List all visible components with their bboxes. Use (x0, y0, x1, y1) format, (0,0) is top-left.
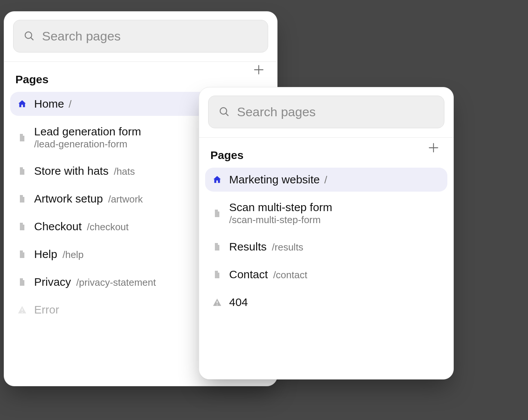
page-item[interactable]: 404 (205, 290, 447, 314)
page-item-labels: Results/results (229, 240, 303, 254)
search-icon (218, 106, 230, 118)
page-item-labels: Error (34, 303, 59, 316)
pages-header: Pages (199, 138, 453, 165)
page-item-title: Home (34, 97, 64, 111)
page-item-title: Results (229, 240, 267, 254)
page-item-title: Help (34, 248, 57, 261)
page-item-labels: Store with hats/hats (34, 164, 135, 178)
page-item-labels: Checkout/checkout (34, 220, 129, 233)
page-item-labels: Contact/contact (229, 268, 307, 281)
add-page-button[interactable] (423, 138, 444, 158)
page-item-path: /scan-multi-step-form (229, 214, 332, 226)
pages-panel-right: Pages Marketing website/Scan multi-step … (199, 87, 454, 380)
page-item-labels: 404 (229, 296, 248, 309)
page-item-path: /results (272, 242, 303, 253)
page-item[interactable]: Results/results (205, 235, 447, 259)
pages-heading: Pages (210, 149, 442, 162)
page-item[interactable]: Contact/contact (205, 262, 447, 286)
page-item-title: Lead generation form (34, 125, 141, 138)
page-item-path: /checkout (87, 221, 129, 233)
pages-list: Marketing website/Scan multi-step form/s… (199, 165, 453, 322)
search-box[interactable] (13, 20, 268, 52)
pages-heading: Pages (15, 73, 266, 86)
page-item-title: Artwork setup (34, 192, 103, 206)
page-item-path: / (69, 98, 72, 111)
svg-point-4 (220, 108, 227, 114)
warning-icon (212, 297, 222, 308)
search-row (4, 12, 277, 62)
page-item[interactable]: Marketing website/ (205, 168, 447, 192)
page-item-title: Error (34, 303, 59, 316)
page-item-title: Marketing website (229, 173, 320, 186)
page-icon (17, 249, 27, 260)
page-icon (17, 166, 27, 176)
page-item-path: /privacy-statement (76, 277, 156, 288)
page-icon (17, 194, 27, 204)
search-box[interactable] (208, 96, 444, 128)
page-item[interactable]: Scan multi-step form/scan-multi-step-for… (205, 195, 447, 231)
add-page-button[interactable] (249, 60, 269, 80)
page-icon (212, 242, 222, 252)
search-row (199, 87, 453, 138)
page-icon (17, 132, 27, 143)
home-icon (212, 174, 222, 185)
page-item-title: Contact (229, 268, 268, 281)
home-icon (17, 99, 27, 109)
page-item-labels: Artwork setup/artwork (34, 192, 143, 206)
page-item-path: /hats (114, 166, 135, 177)
page-item-labels: Lead generation form/lead-generation-for… (34, 125, 141, 150)
page-item-path: /contact (273, 269, 307, 281)
page-icon (212, 208, 222, 219)
search-input[interactable] (41, 28, 258, 44)
page-item-path: /help (63, 249, 84, 261)
page-icon (212, 269, 222, 280)
search-icon (23, 30, 34, 43)
pages-header: Pages (4, 62, 277, 90)
page-item-title: Checkout (34, 220, 82, 233)
page-item-path: /artwork (108, 194, 142, 205)
page-item-title: 404 (229, 296, 248, 309)
bottom-fade (199, 334, 453, 379)
page-item-title: Scan multi-step form (229, 201, 332, 214)
search-input[interactable] (236, 104, 434, 120)
page-icon (17, 221, 27, 232)
page-item-labels: Scan multi-step form/scan-multi-step-for… (229, 201, 332, 226)
warning-icon (17, 304, 27, 315)
page-item-labels: Marketing website/ (229, 173, 327, 186)
page-item-title: Store with hats (34, 164, 108, 178)
page-item-path: / (324, 174, 327, 186)
svg-line-5 (226, 113, 228, 115)
page-item-path: /lead-generation-form (34, 138, 141, 150)
page-item-labels: Help/help (34, 248, 84, 261)
page-item-labels: Home/ (34, 97, 72, 111)
page-icon (17, 277, 27, 287)
svg-line-1 (31, 38, 33, 39)
svg-point-0 (25, 32, 32, 39)
page-item-title: Privacy (34, 275, 71, 289)
page-item-labels: Privacy/privacy-statement (34, 275, 156, 289)
